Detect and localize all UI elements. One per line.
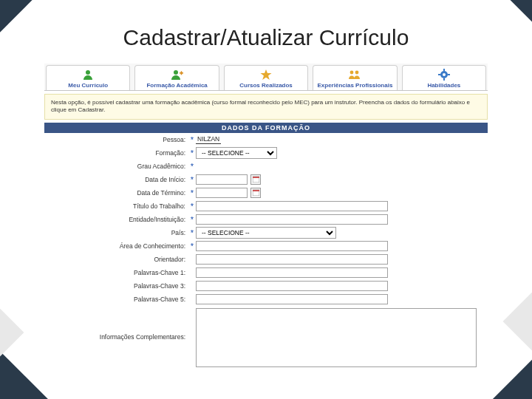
- row-info-complementares: Informações Complementares:: [44, 306, 488, 368]
- label-grau-academico: Grau Acadêmico:: [44, 163, 188, 170]
- svg-rect-11: [438, 74, 440, 75]
- row-data-inicio: Data de Início: *: [44, 173, 488, 186]
- svg-rect-12: [448, 74, 450, 75]
- row-formacao: Formação: * -- SELECIONE --: [44, 146, 488, 160]
- row-entidade-instituicao: Entidade/Instituição: *: [44, 213, 488, 226]
- label-titulo-trabalho: Título do Trabalho:: [44, 202, 188, 210]
- label-palavra-chave-3: Palavras-Chave 3:: [44, 282, 188, 290]
- required-icon: *: [188, 228, 196, 237]
- svg-point-0: [86, 70, 90, 75]
- row-palavra-chave-3: Palavras-Chave 3:: [44, 279, 488, 293]
- help-text: Nesta opção, é possível cadastrar uma fo…: [44, 94, 488, 120]
- value-pessoa: NILZAN: [196, 135, 221, 144]
- input-entidade-instituicao[interactable]: [196, 214, 388, 225]
- label-pais: País:: [44, 229, 188, 236]
- required-icon: *: [188, 135, 196, 144]
- tab-formacao-academica[interactable]: Formação Acadêmica: [134, 65, 219, 90]
- label-palavra-chave-1: Palavras-Chave 1:: [44, 269, 188, 276]
- tab-label: Formação Acadêmica: [146, 82, 207, 89]
- row-data-termino: Data de Término: *: [44, 186, 488, 200]
- row-pais: País: * -- SELECIONE --: [44, 226, 488, 239]
- tab-label: Meu Currículo: [68, 82, 108, 89]
- required-icon: *: [188, 242, 196, 250]
- input-palavra-chave-3[interactable]: [196, 281, 388, 291]
- row-titulo-trabalho: Título do Trabalho: *: [44, 200, 488, 213]
- tab-cursos-realizados[interactable]: Cursos Realizados: [224, 65, 308, 90]
- svg-point-1: [174, 70, 178, 75]
- row-orientador: Orientador:: [44, 253, 488, 266]
- svg-point-8: [443, 73, 446, 76]
- label-data-inicio: Data de Início:: [44, 176, 188, 183]
- label-entidade-instituicao: Entidade/Instituição:: [44, 216, 188, 223]
- input-area-conhecimento[interactable]: [196, 241, 388, 251]
- star-orange-icon: [258, 68, 274, 81]
- input-orientador[interactable]: [196, 254, 388, 265]
- calendar-icon[interactable]: [250, 174, 261, 185]
- textarea-info-complementares[interactable]: [196, 308, 477, 367]
- svg-rect-16: [253, 190, 259, 191]
- person-green-icon: [80, 68, 96, 81]
- row-area-conhecimento: Área de Conhecimento: *: [44, 239, 488, 253]
- form-panel: Meu Currículo Formação Acadêmica Cursos …: [44, 64, 488, 368]
- tab-experiencias-profissionais[interactable]: Experiências Profissionais: [313, 65, 397, 90]
- label-area-conhecimento: Área de Conhecimento:: [44, 242, 188, 250]
- tab-meu-curriculo[interactable]: Meu Currículo: [46, 65, 130, 90]
- row-palavra-chave-5: Palavras-Chave 5:: [44, 293, 488, 306]
- input-palavra-chave-5[interactable]: [196, 294, 388, 304]
- input-data-termino[interactable]: [196, 188, 248, 198]
- tab-label: Cursos Realizados: [239, 82, 293, 89]
- label-data-termino: Data de Término:: [44, 189, 188, 197]
- select-pais[interactable]: -- SELECIONE --: [196, 227, 336, 239]
- svg-rect-9: [443, 69, 445, 71]
- svg-rect-3: [180, 71, 182, 75]
- required-icon: *: [188, 162, 196, 171]
- people-orange-icon: [347, 68, 363, 81]
- required-icon: *: [188, 149, 196, 157]
- row-pessoa: Pessoa: * NILZAN: [44, 133, 488, 146]
- input-data-inicio[interactable]: [196, 174, 248, 185]
- label-formacao: Formação:: [44, 149, 188, 157]
- tab-label: Habilidades: [427, 82, 460, 89]
- required-icon: *: [188, 215, 196, 224]
- tab-habilidades[interactable]: Habilidades: [402, 65, 486, 90]
- row-palavra-chave-1: Palavras-Chave 1:: [44, 266, 488, 279]
- label-orientador: Orientador:: [44, 256, 188, 263]
- tab-label: Experiências Profissionais: [318, 82, 393, 89]
- calendar-icon[interactable]: [250, 188, 261, 198]
- label-pessoa: Pessoa:: [44, 136, 188, 143]
- svg-point-6: [355, 71, 359, 75]
- label-palavra-chave-5: Palavras-Chave 5:: [44, 296, 188, 303]
- input-titulo-trabalho[interactable]: [196, 201, 388, 211]
- section-header: DADOS DA FORMAÇÃO: [44, 123, 488, 133]
- person-add-icon: [169, 68, 185, 81]
- input-palavra-chave-1[interactable]: [196, 267, 388, 278]
- svg-point-5: [350, 71, 354, 75]
- required-icon: *: [188, 175, 196, 184]
- svg-rect-14: [253, 177, 259, 178]
- select-formacao[interactable]: -- SELECIONE --: [196, 147, 277, 159]
- tabs-row: Meu Currículo Formação Acadêmica Cursos …: [44, 64, 488, 91]
- row-grau-academico: Grau Acadêmico: *: [44, 160, 488, 173]
- label-info-complementares: Informações Complementares:: [44, 308, 188, 341]
- svg-marker-4: [261, 69, 272, 80]
- svg-rect-10: [443, 78, 445, 81]
- form-dados-formacao: Pessoa: * NILZAN Formação: * -- SELECION…: [44, 133, 488, 368]
- required-icon: *: [188, 202, 196, 211]
- page-title: Cadastrar/Atualizar Currículo: [0, 0, 532, 64]
- gear-blue-icon: [436, 68, 452, 81]
- required-icon: *: [188, 188, 196, 197]
